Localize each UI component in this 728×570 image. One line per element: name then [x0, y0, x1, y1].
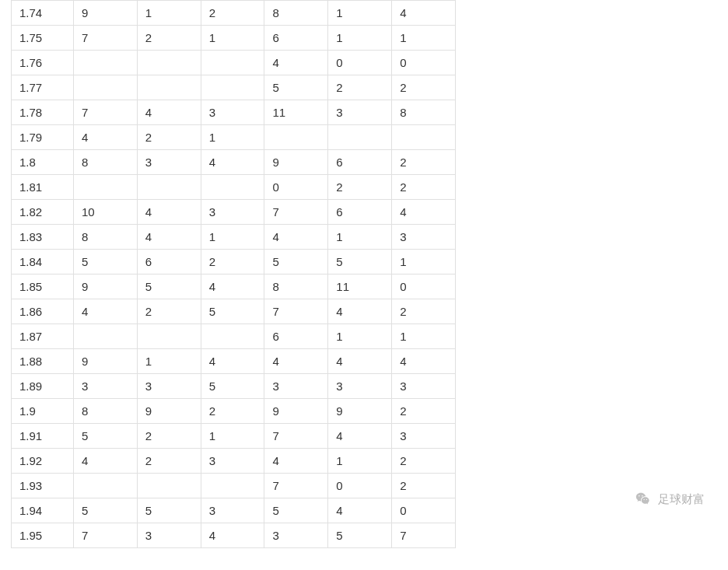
table-cell: 6 — [328, 150, 392, 175]
table-cell: 7 — [264, 424, 328, 449]
table-cell: 1.84 — [12, 250, 74, 275]
table-cell: 2 — [392, 175, 456, 200]
table-cell: 9 — [74, 349, 138, 374]
table-cell: 1.85 — [12, 275, 74, 299]
table-cell: 5 — [264, 75, 328, 100]
table-cell: 5 — [264, 498, 328, 523]
table-cell: 1 — [392, 250, 456, 275]
table-cell: 2 — [201, 250, 264, 275]
table-cell: 6 — [264, 324, 328, 349]
table-cell: 1 — [201, 125, 264, 150]
table-cell: 1 — [328, 324, 392, 349]
table-row: 1.821043764 — [12, 200, 456, 225]
table-cell: 2 — [392, 399, 456, 424]
table-row: 1.87611 — [12, 324, 456, 349]
table-cell: 8 — [74, 399, 138, 424]
table-cell: 4 — [137, 100, 201, 125]
table-cell: 7 — [74, 26, 138, 51]
table-cell: 1.75 — [12, 26, 74, 51]
table-cell: 1.78 — [12, 100, 74, 125]
table-cell — [201, 474, 264, 498]
table-cell: 1.76 — [12, 51, 74, 75]
table-cell: 2 — [137, 424, 201, 449]
table-cell: 1.93 — [12, 474, 74, 498]
table-cell: 5 — [137, 498, 201, 523]
table-cell: 1 — [201, 26, 264, 51]
table-row: 1.74912814 — [12, 1, 456, 26]
table-cell: 5 — [137, 275, 201, 299]
table-cell: 1 — [201, 424, 264, 449]
table-cell — [137, 75, 201, 100]
table-cell: 1 — [328, 1, 392, 26]
table-cell: 4 — [264, 225, 328, 250]
table-cell: 4 — [74, 449, 138, 474]
table-cell: 2 — [328, 75, 392, 100]
table-cell: 2 — [137, 125, 201, 150]
table-cell: 7 — [74, 523, 138, 548]
table-cell: 11 — [264, 100, 328, 125]
table-cell: 2 — [201, 1, 264, 26]
table-cell: 0 — [264, 175, 328, 200]
table-cell: 4 — [201, 349, 264, 374]
table-cell — [137, 474, 201, 498]
table-cell: 2 — [392, 299, 456, 324]
table-cell: 4 — [328, 299, 392, 324]
table-row: 1.8834962 — [12, 150, 456, 175]
table-cell: 1.89 — [12, 374, 74, 399]
table-cell: 5 — [328, 250, 392, 275]
table-cell: 3 — [201, 498, 264, 523]
watermark: 足球财富 — [635, 491, 705, 508]
table-row: 1.787431138 — [12, 100, 456, 125]
table-row: 1.94553540 — [12, 498, 456, 523]
table-cell: 2 — [392, 150, 456, 175]
table-row: 1.91521743 — [12, 424, 456, 449]
table-cell: 2 — [392, 449, 456, 474]
table-row: 1.92423412 — [12, 449, 456, 474]
table-cell: 9 — [264, 150, 328, 175]
table-cell: 1 — [328, 26, 392, 51]
table-row: 1.77522 — [12, 75, 456, 100]
table-cell: 9 — [74, 275, 138, 299]
table-cell — [201, 175, 264, 200]
table-cell: 5 — [201, 299, 264, 324]
table-cell: 4 — [264, 349, 328, 374]
table-cell — [74, 175, 138, 200]
table-cell: 3 — [201, 200, 264, 225]
table-cell: 7 — [74, 100, 138, 125]
table-cell: 4 — [74, 125, 138, 150]
table-cell: 9 — [328, 399, 392, 424]
table-row: 1.84562551 — [12, 250, 456, 275]
table-cell: 1.74 — [12, 1, 74, 26]
table-cell: 2 — [392, 75, 456, 100]
table-cell: 4 — [328, 349, 392, 374]
table-cell: 1.81 — [12, 175, 74, 200]
table-cell: 1 — [201, 225, 264, 250]
table-cell: 1 — [392, 26, 456, 51]
table-cell: 11 — [328, 275, 392, 299]
table-cell: 1 — [328, 449, 392, 474]
table-row: 1.79421 — [12, 125, 456, 150]
table-cell: 3 — [264, 523, 328, 548]
table-cell: 1 — [328, 225, 392, 250]
table-row: 1.859548110 — [12, 275, 456, 299]
table-cell: 2 — [137, 26, 201, 51]
table-cell: 6 — [137, 250, 201, 275]
table-cell: 4 — [137, 225, 201, 250]
table-row: 1.9892992 — [12, 399, 456, 424]
table-cell: 8 — [264, 275, 328, 299]
table-cell: 4 — [201, 523, 264, 548]
table-cell — [201, 51, 264, 75]
table-row: 1.89335333 — [12, 374, 456, 399]
table-cell: 9 — [264, 399, 328, 424]
table-row: 1.95734357 — [12, 523, 456, 548]
table-cell — [74, 51, 138, 75]
table-cell: 1.88 — [12, 349, 74, 374]
table-cell: 0 — [328, 474, 392, 498]
table-cell — [264, 125, 328, 150]
table-cell: 1.9 — [12, 399, 74, 424]
table-cell: 4 — [201, 275, 264, 299]
table-cell — [328, 125, 392, 150]
table-cell: 1.92 — [12, 449, 74, 474]
table-cell: 1 — [392, 324, 456, 349]
table-cell: 1 — [137, 349, 201, 374]
